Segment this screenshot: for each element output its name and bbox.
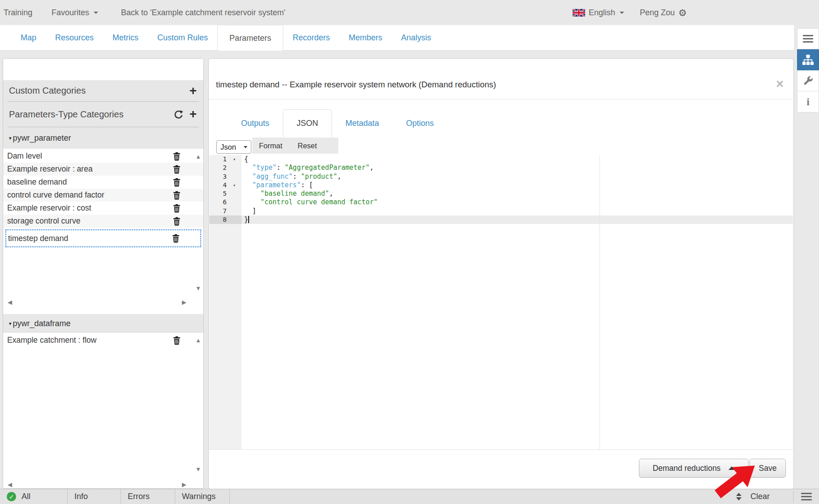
- info-button[interactable]: i: [797, 91, 819, 112]
- log-filter-errors[interactable]: Errors: [121, 489, 175, 504]
- format-button[interactable]: Format: [259, 142, 282, 150]
- gear-icon[interactable]: ⚙: [678, 8, 687, 17]
- json-editor: 1▾234▾5678 { "type": "AggregatedParamete…: [209, 155, 793, 449]
- language-selector[interactable]: English: [573, 0, 624, 25]
- add-custom-category-icon[interactable]: +: [189, 85, 198, 96]
- list-item[interactable]: control curve demand factor: [3, 189, 203, 202]
- code-line[interactable]: "parameters": [: [241, 181, 793, 190]
- line-number[interactable]: 5: [209, 190, 241, 198]
- tab-analysis[interactable]: Analysis: [392, 25, 440, 50]
- log-filter-info[interactable]: Info: [68, 489, 121, 504]
- trash-icon[interactable]: [173, 178, 181, 187]
- parameter-detail-panel: timestep demand -- Example reservoir sys…: [208, 58, 794, 490]
- reset-button[interactable]: Reset: [297, 142, 317, 150]
- list-item-label: storage control curve: [7, 216, 80, 226]
- list-item-label: Example catchment : flow: [7, 336, 96, 345]
- line-number[interactable]: 4▾: [209, 181, 241, 190]
- tab-resources[interactable]: Resources: [46, 25, 103, 50]
- scroll-right-icon[interactable]: ▶: [182, 299, 186, 305]
- network-view-button[interactable]: [797, 49, 819, 70]
- group-pywr-parameter[interactable]: ▾ pywr_parameter: [3, 127, 203, 149]
- code-line[interactable]: "agg_func": "product",: [241, 172, 793, 181]
- hamburger-icon: [801, 491, 812, 502]
- parameter-list: Dam levelExample reservoir : areabaselin…: [3, 150, 203, 247]
- list-item[interactable]: baseline demand: [3, 176, 203, 189]
- nav-training[interactable]: Training: [4, 0, 32, 25]
- fold-icon[interactable]: ▾: [233, 181, 236, 190]
- list-item[interactable]: Example reservoir : cost: [3, 202, 203, 215]
- line-number[interactable]: 3: [209, 172, 241, 181]
- fold-icon[interactable]: ▾: [233, 155, 236, 164]
- save-button[interactable]: Save: [750, 459, 786, 478]
- clear-log-button[interactable]: Clear: [750, 492, 770, 501]
- back-link[interactable]: Back to 'Example catchment reservoir sys…: [121, 0, 285, 25]
- dataframe-list: Example catchment : flow: [3, 334, 203, 347]
- mode-select-value: Json: [220, 143, 236, 151]
- scroll-down-icon[interactable]: ▼: [195, 466, 201, 472]
- detail-tab-options[interactable]: Options: [392, 109, 447, 137]
- editor-code-area[interactable]: { "type": "AggregatedParameter", "agg_fu…: [241, 155, 793, 449]
- line-number[interactable]: 6: [209, 198, 241, 207]
- tools-button[interactable]: [797, 70, 819, 91]
- trash-icon[interactable]: [173, 152, 181, 161]
- detail-footer: Demand reductions Save: [209, 449, 793, 490]
- code-line[interactable]: }: [241, 215, 793, 224]
- list-item[interactable]: timestep demand: [5, 229, 201, 247]
- trash-icon[interactable]: [173, 165, 181, 174]
- scroll-right-icon[interactable]: ▶: [182, 482, 186, 487]
- scroll-up-icon[interactable]: ▲: [195, 337, 201, 343]
- nav-favourites[interactable]: Favourites: [52, 0, 98, 25]
- hamburger-icon: [803, 33, 813, 44]
- scroll-left-icon[interactable]: ◀: [8, 299, 12, 305]
- refresh-icon[interactable]: [174, 110, 183, 119]
- menu-toggle-button[interactable]: [797, 28, 819, 49]
- detail-tab-metadata[interactable]: Metadata: [332, 109, 392, 137]
- add-parameter-icon[interactable]: +: [189, 108, 198, 120]
- tab-members[interactable]: Members: [339, 25, 392, 50]
- list-item[interactable]: storage control curve: [3, 215, 203, 228]
- mode-select[interactable]: Json: [216, 140, 251, 154]
- code-line[interactable]: "baseline demand",: [241, 190, 793, 198]
- code-line[interactable]: "control curve demand factor": [241, 198, 793, 207]
- scroll-down-icon[interactable]: ▼: [195, 285, 201, 291]
- list-item[interactable]: Dam level: [3, 150, 203, 163]
- sidebar-toolbar: [3, 59, 203, 80]
- list-item[interactable]: Example catchment : flow: [3, 334, 203, 347]
- scenario-dropdown-button[interactable]: Demand reductions: [639, 459, 749, 478]
- tab-custom-rules[interactable]: Custom Rules: [148, 25, 217, 50]
- trash-icon[interactable]: [173, 336, 181, 345]
- sort-icon[interactable]: [736, 493, 741, 500]
- log-filter-all[interactable]: ✓All: [0, 489, 68, 504]
- tab-recorders[interactable]: Recorders: [283, 25, 339, 50]
- tab-map[interactable]: Map: [11, 25, 46, 50]
- code-line[interactable]: {: [241, 155, 793, 164]
- info-icon: i: [806, 96, 810, 108]
- trash-icon[interactable]: [173, 191, 181, 200]
- log-menu-button[interactable]: [793, 491, 819, 502]
- custom-categories-header: Custom Categories +: [3, 80, 203, 101]
- scroll-up-icon[interactable]: ▲: [195, 154, 201, 159]
- detail-tab-outputs[interactable]: Outputs: [228, 109, 283, 137]
- code-line[interactable]: "type": "AggregatedParameter",: [241, 164, 793, 172]
- line-number[interactable]: 1▾: [209, 155, 241, 164]
- close-icon[interactable]: ×: [776, 78, 784, 90]
- list-item-label: Example reservoir : area: [7, 164, 93, 174]
- code-line[interactable]: ]: [241, 207, 793, 215]
- tab-parameters[interactable]: Parameters: [217, 25, 283, 51]
- custom-categories-label: Custom Categories: [9, 86, 86, 96]
- parameter-type-categories-label: Parameters-Type Categories: [9, 109, 124, 120]
- nav-training-label: Training: [4, 8, 32, 17]
- line-number[interactable]: 2: [209, 164, 241, 172]
- trash-icon[interactable]: [172, 234, 180, 243]
- scroll-left-icon[interactable]: ◀: [8, 482, 12, 487]
- user-menu[interactable]: Peng Zou ⚙: [640, 0, 687, 25]
- trash-icon[interactable]: [173, 217, 181, 226]
- list-item[interactable]: Example reservoir : area: [3, 163, 203, 176]
- group-pywr-dataframe[interactable]: ▾ pywr_dataframe: [3, 314, 203, 333]
- trash-icon[interactable]: [173, 204, 181, 213]
- line-number[interactable]: 7: [209, 207, 241, 215]
- tab-metrics[interactable]: Metrics: [103, 25, 148, 50]
- line-number[interactable]: 8: [209, 215, 241, 224]
- detail-tab-json[interactable]: JSON: [283, 109, 332, 137]
- log-filter-warnings[interactable]: Warnings: [175, 489, 230, 504]
